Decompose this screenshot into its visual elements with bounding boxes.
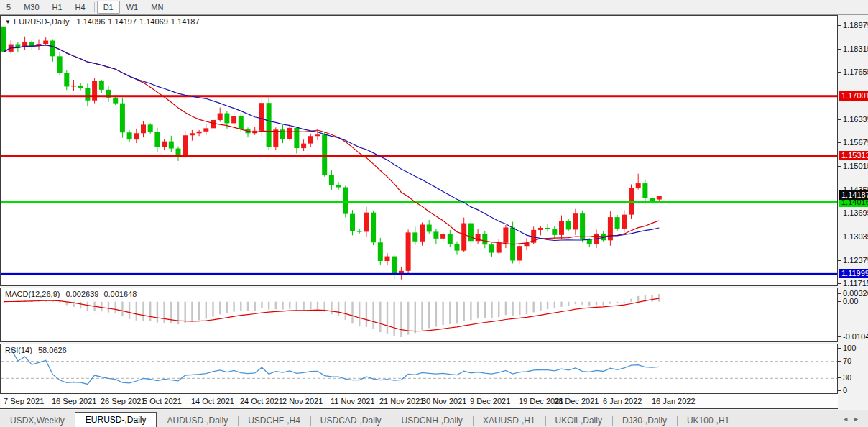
timeframe-button-d1[interactable]: D1 [97, 1, 120, 14]
price-level-label: 1.11999 [839, 269, 868, 278]
timeframe-button-m5[interactable]: 5 [0, 1, 17, 14]
chart-tab-bar: USDX,Weekly EURUSD-,Daily AUDUSD-,Daily … [0, 410, 868, 427]
price-tick-label: 1.12375 [838, 256, 868, 265]
date-tick-label: 16 Jan 2022 [652, 397, 696, 405]
rsi-name: RSI(14) [5, 346, 32, 354]
price-tick-label: 1.13695 [838, 208, 868, 217]
chart-symbol-label: EURUSD-,Daily [14, 17, 70, 26]
ohlc-close: 1.14187 [171, 17, 200, 26]
date-tick-label: 24 Oct 2021 [240, 397, 283, 405]
date-tick-label: 21 Nov 2021 [379, 397, 424, 405]
rsi-axis-label: 30 [838, 373, 851, 382]
tab-xauusd-h1[interactable]: XAUUSD-,H1 [473, 414, 545, 427]
tab-scroll-right-icon[interactable]: ► [853, 415, 864, 423]
tab-audusd-daily[interactable]: AUDUSD-,Daily [157, 414, 238, 427]
date-tick-label: 6 Jan 2022 [603, 397, 642, 405]
tab-scroll-buttons: ◄► [842, 415, 864, 423]
toolbar-separator [94, 2, 95, 12]
macd-label: MACD(12,26,9) 0.002639 0.001648 [5, 290, 137, 298]
date-tick-label: 11 Nov 2021 [331, 397, 375, 405]
price-level-label: 1.17001 [839, 91, 868, 101]
price-tick-label: 1.18975 [838, 21, 868, 29]
price-chart-panel[interactable]: ▼EURUSD-,Daily1.140961.141971.140691.141… [0, 15, 838, 286]
tab-scroll-left-icon[interactable]: ◄ [842, 415, 853, 423]
ohlc-high: 1.14197 [108, 17, 137, 26]
chart-title: ▼EURUSD-,Daily1.140961.141971.140691.141… [5, 17, 203, 26]
timeframe-button-h4[interactable]: H4 [69, 1, 92, 14]
price-tick-label: 1.17655 [838, 68, 868, 76]
rsi-chart[interactable] [1, 344, 837, 393]
timeframe-button-w1[interactable]: W1 [120, 1, 145, 14]
price-scale-axis[interactable]: 1.189751.183151.176551.163351.156751.150… [838, 15, 868, 394]
macd-name: MACD(12,26,9) [5, 290, 60, 298]
tab-uk100-h1[interactable]: UK100-,H1 [677, 414, 739, 427]
tab-usdcad-daily[interactable]: USDCAD-,Daily [310, 414, 392, 427]
tab-usdx-weekly[interactable]: USDX,Weekly [0, 414, 75, 427]
rsi-axis-label: 0 [838, 386, 847, 395]
price-tick-label: 1.15675 [838, 138, 868, 147]
time-scale-axis[interactable]: 7 Sep 202116 Sep 202126 Sep 20215 Oct 20… [0, 394, 838, 409]
price-tick-label: 1.18315 [838, 45, 868, 53]
tab-usdchf-h4[interactable]: USDCHF-,H4 [238, 414, 310, 427]
rsi-label: RSI(14) 58.0626 [5, 346, 67, 354]
chevron-down-icon[interactable]: ▼ [5, 19, 11, 25]
macd-indicator-panel[interactable]: MACD(12,26,9) 0.002639 0.001648 [0, 288, 838, 342]
timeframe-toolbar: 5 M30 H1 H4 D1 W1 MN [0, 0, 868, 15]
price-level-label: 1.15313 [839, 151, 868, 160]
price-tick-label: 1.15015 [838, 162, 868, 170]
date-tick-label: 14 Oct 2021 [191, 397, 234, 405]
macd-axis-label: -0.010436 [838, 332, 868, 341]
tab-ukoil-daily[interactable]: UKOil-,Daily [545, 414, 612, 427]
rsi-value: 58.0626 [38, 346, 67, 354]
price-tick-label: 1.16335 [838, 115, 868, 124]
price-tick-label: 1.11715 [838, 279, 868, 288]
candlestick-chart[interactable] [1, 16, 837, 285]
date-tick-label: 5 Oct 2021 [143, 397, 182, 405]
rsi-axis-label: 100 [838, 344, 856, 352]
date-tick-label: 16 Sep 2021 [52, 397, 96, 405]
macd-value-main: 0.002639 [65, 290, 98, 298]
date-tick-label: 28 Dec 2021 [554, 397, 599, 405]
ohlc-open: 1.14096 [77, 17, 106, 26]
tab-dj30-daily[interactable]: DJ30-,Daily [612, 414, 677, 427]
tab-usdcnh-daily[interactable]: USDCNH-,Daily [392, 414, 473, 427]
macd-axis-label: 0.00 [838, 297, 858, 306]
macd-value-signal: 0.001648 [103, 290, 137, 298]
date-tick-label: 30 Nov 2021 [422, 397, 466, 405]
rsi-axis-label: 70 [838, 357, 851, 365]
tab-eurusd-daily[interactable]: EURUSD-,Daily [75, 412, 157, 427]
ohlc-low: 1.14069 [139, 17, 168, 26]
date-tick-label: 7 Sep 2021 [4, 397, 44, 405]
current-price-label: 1.14187 [839, 190, 868, 200]
timeframe-button-m30[interactable]: M30 [17, 1, 45, 14]
toolbar-separator [172, 2, 172, 12]
timeframe-button-mn[interactable]: MN [144, 1, 170, 14]
date-tick-label: 9 Dec 2021 [470, 397, 510, 405]
rsi-indicator-panel[interactable]: RSI(14) 58.0626 [0, 344, 838, 394]
trading-platform-window: 5 M30 H1 H4 D1 W1 MN ▼EURUSD-,Daily1.140… [0, 0, 868, 427]
date-tick-label: 2 Nov 2021 [282, 397, 323, 405]
price-tick-label: 1.13035 [838, 232, 868, 241]
date-tick-label: 26 Sep 2021 [101, 397, 145, 405]
timeframe-button-h1[interactable]: H1 [46, 1, 69, 14]
